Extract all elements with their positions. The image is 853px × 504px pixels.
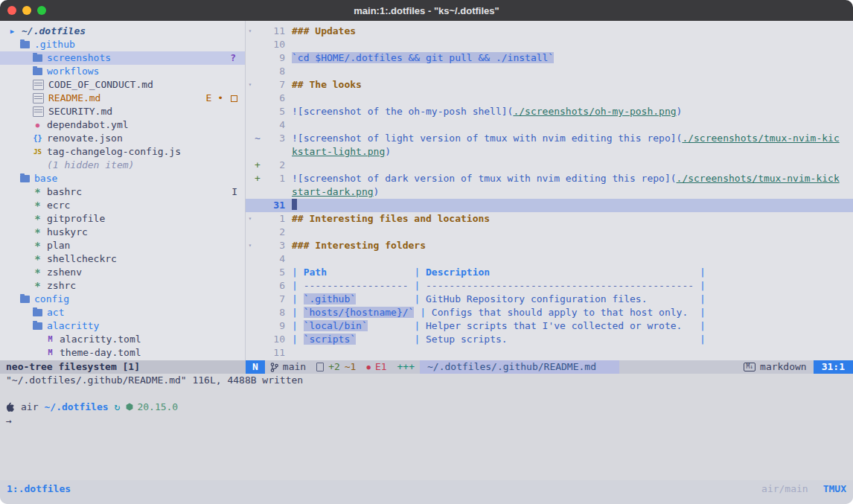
star-icon: *: [33, 199, 42, 212]
tree-item-1-hidden-item[interactable]: (1 hidden item): [0, 159, 245, 172]
line-number: 1: [263, 172, 285, 185]
tree-item-label: dependabot.yml: [47, 118, 129, 132]
error-count: E1: [375, 360, 387, 374]
sign-column: [255, 239, 263, 252]
tree-item-tag-changelog-config-js[interactable]: JStag-changelog-config.js: [0, 145, 245, 159]
editor-line[interactable]: ▾7## The looks: [246, 78, 853, 92]
text-segment: |: [292, 334, 304, 345]
editor-line[interactable]: 6: [246, 92, 853, 105]
editor-line[interactable]: 5| Path | Description |: [246, 266, 853, 279]
editor-line[interactable]: 6| ------------------ | ----------------…: [246, 279, 853, 293]
editor-line[interactable]: 7| `.github` | GitHub Repository configu…: [246, 293, 853, 306]
editor-line[interactable]: 5![screenshot of the oh-my-posh shell](.…: [246, 105, 853, 118]
tree-item-dependabot-yml[interactable]: ●dependabot.yml: [0, 118, 245, 132]
editor-line[interactable]: +1![screenshot of dark version of tmux w…: [246, 172, 853, 185]
filetype-label: markdown: [760, 360, 807, 374]
line-text: ![screenshot of light version of tmux wi…: [292, 132, 853, 145]
fold-column: [246, 51, 255, 65]
sign-column: [255, 279, 263, 293]
editor-line[interactable]: 4: [246, 118, 853, 132]
inline-code: `local/bin`: [304, 320, 368, 331]
diagnostic-badge: E •: [206, 92, 223, 105]
star-icon: *: [33, 266, 42, 279]
line-text: ### Interesting folders: [292, 239, 853, 252]
inline-code: `cd $HOME/.dotfiles && git pull && ./ins…: [292, 52, 554, 63]
close-button[interactable]: [7, 6, 16, 15]
shell-prompt: air ~/.dotfiles ↻ 20.15.0: [6, 400, 847, 414]
tree-item-workflows[interactable]: workflows: [0, 65, 245, 78]
tree-item-ecrc[interactable]: *ecrc: [0, 199, 245, 212]
tree-item-shellcheckrc[interactable]: *shellcheckrc: [0, 252, 245, 266]
tree-item-base[interactable]: base: [0, 172, 245, 185]
editor-line[interactable]: ▾1## Interesting files and locations: [246, 212, 853, 226]
file-tree-panel: ▶~/.dotfiles.githubscreenshots?workflows…: [0, 21, 246, 360]
tree-item-theme-day-toml[interactable]: Mtheme-day.toml: [0, 346, 245, 360]
editor-line[interactable]: 4: [246, 252, 853, 266]
tree-item-bashrc[interactable]: *bashrcI: [0, 185, 245, 199]
tree-item-label: theme-day.toml: [60, 346, 141, 360]
editor-line[interactable]: 8| `hosts/{hostname}/` | Configs that sh…: [246, 306, 853, 319]
fold-column: [246, 185, 255, 199]
tree-item-alacritty-toml[interactable]: Malacritty.toml: [0, 333, 245, 346]
editor-buffer[interactable]: ▾11### Updates109`cd $HOME/.dotfiles && …: [246, 21, 853, 360]
neotree-statusline: neo-tree filesystem [1]: [0, 360, 246, 374]
tree-item-screenshots[interactable]: screenshots?: [0, 51, 245, 65]
editor-line[interactable]: 8: [246, 65, 853, 78]
text-segment: |: [292, 307, 304, 318]
fold-column: [246, 226, 255, 239]
tree-item-dotfiles[interactable]: ▶~/.dotfiles: [0, 25, 245, 38]
editor-line[interactable]: ▾3### Interesting folders: [246, 239, 853, 252]
tree-item-config[interactable]: config: [0, 293, 245, 306]
editor-line[interactable]: +2: [246, 159, 853, 172]
editor-line[interactable]: ~3![screenshot of light version of tmux …: [246, 132, 853, 145]
tree-item-zshrc[interactable]: *zshrc: [0, 279, 245, 293]
tree-item-renovate-json[interactable]: {}renovate.json: [0, 132, 245, 145]
editor-line[interactable]: kstart-light.png): [246, 145, 853, 159]
editor-line[interactable]: 9| `local/bin` | Helper scripts that I'v…: [246, 319, 853, 333]
tree-item-alacritty[interactable]: alacritty: [0, 319, 245, 333]
line-text: start-dark.png): [292, 185, 853, 199]
editor-line[interactable]: start-dark.png): [246, 185, 853, 199]
tree-item-zshenv[interactable]: *zshenv: [0, 266, 245, 279]
editor-line[interactable]: 31: [246, 199, 853, 212]
tree-item-label: plan: [47, 239, 70, 252]
line-number: 10: [263, 333, 285, 346]
fold-column: [246, 266, 255, 279]
star-icon: *: [33, 252, 42, 266]
tree-item-act[interactable]: act: [0, 306, 245, 319]
line-number: 1: [263, 212, 285, 226]
tree-item-label: tag-changelog-config.js: [47, 145, 181, 159]
editor-line[interactable]: 9`cd $HOME/.dotfiles && git pull && ./in…: [246, 51, 853, 65]
tree-item-huskyrc[interactable]: *huskyrc: [0, 226, 245, 239]
git-untracked-badge: ?: [230, 51, 236, 65]
editor-line[interactable]: 10: [246, 38, 853, 51]
tmux-window-name[interactable]: 1:.dotfiles: [7, 482, 71, 496]
statusline-extra: +++: [392, 360, 420, 374]
text-segment: |: [414, 280, 426, 291]
editor-line[interactable]: 10| `scripts` | Setup scripts. |: [246, 333, 853, 346]
line-text: [292, 252, 853, 266]
tree-item-gitprofile[interactable]: *gitprofile: [0, 212, 245, 226]
tree-item-plan[interactable]: *plan: [0, 239, 245, 252]
tree-item-code-of-conduct-md[interactable]: CODE_OF_CONDUCT.md: [0, 78, 245, 92]
tree-item-readme-md[interactable]: README.mdE •: [0, 92, 245, 105]
line-text: `cd $HOME/.dotfiles && git pull && ./ins…: [292, 51, 853, 65]
sign-column: [255, 118, 263, 132]
line-text: | `.github` | GitHub Repository configur…: [292, 293, 853, 306]
tree-item-label: (1 hidden item): [47, 159, 134, 172]
zoom-button[interactable]: [37, 6, 46, 15]
minimize-button[interactable]: [22, 6, 31, 15]
line-number: 7: [263, 78, 285, 92]
apple-icon: [6, 402, 15, 412]
editor-line[interactable]: 11: [246, 346, 853, 360]
shell-pane[interactable]: air ~/.dotfiles ↻ 20.15.0 →: [0, 387, 853, 480]
sign-column: [255, 212, 263, 226]
tree-item-security-md[interactable]: SECURITY.md: [0, 105, 245, 118]
editor-line[interactable]: 2: [246, 226, 853, 239]
line-number: 2: [263, 159, 285, 172]
dot-icon: ●: [33, 118, 42, 132]
line-text: | ------------------ | -----------------…: [292, 279, 853, 293]
editor-line[interactable]: ▾11### Updates: [246, 25, 853, 38]
line-number: [263, 185, 285, 199]
tree-item-github[interactable]: .github: [0, 38, 245, 51]
